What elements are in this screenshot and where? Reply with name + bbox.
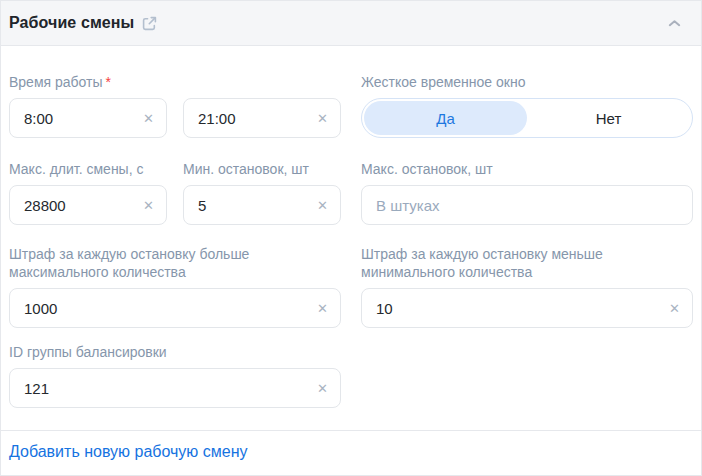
field-balancing-group-id: ID группы балансировки ✕ — [9, 343, 341, 408]
panel-footer: Добавить новую рабочую смену — [1, 431, 701, 475]
work-time-label-text: Время работы — [9, 74, 103, 90]
hard-time-window-toggle: Да Нет — [361, 98, 693, 138]
clear-icon[interactable]: ✕ — [313, 108, 332, 129]
add-work-shift-link[interactable]: Добавить новую рабочую смену — [9, 443, 248, 460]
field-penalty-under-min: Штраф за каждую остановку меньше минимал… — [361, 245, 693, 328]
clear-icon[interactable]: ✕ — [665, 298, 684, 319]
toggle-option-yes[interactable]: Да — [364, 101, 527, 135]
work-time-label: Время работы* — [9, 73, 341, 91]
min-stops-label: Мин. остановок, шт — [183, 160, 341, 178]
external-link-icon[interactable] — [142, 16, 157, 31]
clear-icon[interactable]: ✕ — [313, 298, 332, 319]
max-shift-duration-label: Макс. длит. смены, с — [9, 160, 167, 178]
field-max-shift-duration: Макс. длит. смены, с ✕ — [9, 160, 167, 225]
field-work-time: Время работы* ✕ ✕ — [9, 73, 341, 138]
panel-body: Время работы* ✕ ✕ Жесткое временное окно — [1, 46, 701, 430]
penalty-under-min-input[interactable] — [361, 288, 693, 328]
panel-header: Рабочие смены — [1, 1, 701, 46]
clear-icon[interactable]: ✕ — [139, 108, 158, 129]
field-penalty-over-max: Штраф за каждую остановку больше максима… — [9, 245, 341, 328]
max-stops-input[interactable] — [361, 185, 693, 225]
max-stops-label: Макс. остановок, шт — [361, 160, 693, 178]
field-max-stops: Макс. остановок, шт — [361, 160, 693, 225]
clear-icon[interactable]: ✕ — [139, 195, 158, 216]
field-hard-time-window: Жесткое временное окно Да Нет — [361, 73, 693, 138]
panel-title: Рабочие смены — [9, 14, 134, 32]
field-min-stops: Мин. остановок, шт ✕ — [183, 160, 341, 225]
clear-icon[interactable]: ✕ — [313, 378, 332, 399]
required-asterisk: * — [106, 74, 111, 90]
work-shifts-panel: Рабочие смены Время работы* — [0, 0, 702, 476]
balancing-group-id-input[interactable] — [9, 368, 341, 408]
collapse-chevron-up-icon[interactable] — [664, 15, 685, 32]
clear-icon[interactable]: ✕ — [313, 195, 332, 216]
toggle-option-no[interactable]: Нет — [527, 101, 690, 135]
penalty-over-max-input[interactable] — [9, 288, 341, 328]
penalty-under-min-label: Штраф за каждую остановку меньше минимал… — [361, 245, 693, 281]
penalty-over-max-label: Штраф за каждую остановку больше максима… — [9, 245, 341, 281]
hard-time-window-label: Жесткое временное окно — [361, 73, 693, 91]
balancing-group-id-label: ID группы балансировки — [9, 343, 341, 361]
